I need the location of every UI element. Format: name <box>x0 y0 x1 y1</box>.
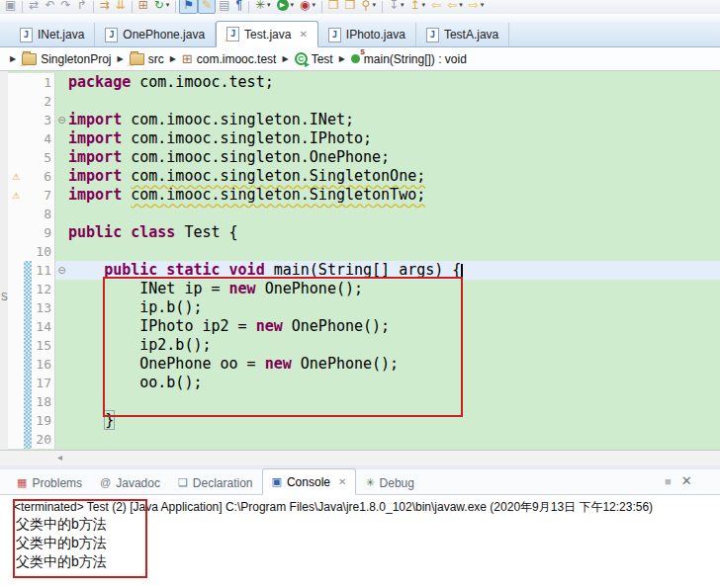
code-text[interactable]: package com.imooc.test; <box>68 73 720 92</box>
highlighter-icon: ✎ <box>202 0 212 14</box>
dropdown-caret-icon[interactable]: ▾ <box>459 0 463 14</box>
code-text[interactable] <box>68 430 720 449</box>
code-line-20[interactable]: 20 <box>8 430 720 449</box>
code-text[interactable]: import com.imooc.singleton.IPhoto; <box>68 129 720 148</box>
code-text[interactable]: } <box>68 411 720 430</box>
tab-javadoc[interactable]: @Javadoc <box>91 471 169 494</box>
forward-edit-icon[interactable]: ↱ <box>74 0 90 14</box>
tab-onephone-java[interactable]: JOnePhone.java <box>95 23 216 46</box>
redo-icon[interactable]: ↷ <box>57 0 73 14</box>
horizontal-scrollbar[interactable] <box>0 450 720 466</box>
code-line-19[interactable]: 19 } <box>8 411 720 430</box>
code-text[interactable]: ip2.b(); <box>68 336 720 355</box>
code-line-5[interactable]: 5import com.imooc.singleton.OnePhone; <box>8 148 720 167</box>
save-icon[interactable]: ▣ <box>2 0 19 14</box>
code-line-2[interactable]: 2 <box>8 92 720 111</box>
open-type-icon[interactable]: ❒ <box>325 0 342 14</box>
breadcrumb-item-src[interactable]: ⚠src <box>130 52 164 66</box>
breadcrumb-item-singletonproj[interactable]: ⚠SingletonProj <box>22 52 111 66</box>
show-source-icon[interactable]: ¶ <box>233 0 245 14</box>
dropdown-caret-icon[interactable]: ▾ <box>481 0 485 14</box>
range-indicator <box>24 148 32 167</box>
run-icon[interactable]: ▶▾ <box>274 0 298 14</box>
close-tab-icon[interactable]: ✕ <box>338 476 346 487</box>
code-text[interactable]: INet ip = new OnePhone(); <box>68 280 720 298</box>
previous-annotation-icon[interactable]: ↥▾ <box>407 0 429 14</box>
dropdown-caret-icon[interactable]: ▾ <box>313 0 316 14</box>
code-text[interactable] <box>68 205 720 223</box>
next-edit-location-icon[interactable]: ⇉ <box>97 0 113 14</box>
code-text[interactable]: public static void main(String[] args) { <box>68 261 720 280</box>
code-text[interactable] <box>68 242 720 261</box>
code-text[interactable]: public class Test { <box>68 223 720 242</box>
tab-debug[interactable]: ✳Debug <box>356 471 423 494</box>
fold-collapse-icon[interactable]: ⊖ <box>55 261 68 280</box>
fold-collapse-icon[interactable]: ⊖ <box>55 111 68 129</box>
debug-icon[interactable]: ✳▾ <box>252 0 274 14</box>
code-text[interactable]: import com.imooc.singleton.SingletonTwo; <box>68 186 720 205</box>
mark-occurrences-icon[interactable]: ⚑ <box>179 0 198 14</box>
code-line-10[interactable]: 10 <box>8 242 720 261</box>
code-line-8[interactable]: 8 <box>8 205 720 223</box>
tab-console[interactable]: ▣Console✕ <box>262 468 357 495</box>
code-line-16[interactable]: 16 OnePhone oo = new OnePhone(); <box>8 355 720 374</box>
close-icon[interactable]: ✕ <box>681 473 692 488</box>
segment-icon[interactable]: ▤ <box>216 0 232 14</box>
open-resource-icon[interactable]: ❒ <box>342 0 359 14</box>
dropdown-caret-icon[interactable]: ▾ <box>401 0 405 14</box>
code-text[interactable] <box>68 392 720 411</box>
breadcrumb-item-main-string-void[interactable]: main(String[]) : void <box>351 52 467 66</box>
code-line-18[interactable]: 18 <box>8 392 720 411</box>
code-line-7[interactable]: ⚠7import com.imooc.singleton.SingletonTw… <box>8 186 720 205</box>
terminate-icon[interactable]: ■ <box>665 475 672 487</box>
code-line-12[interactable]: 12 INet ip = new OnePhone(); <box>8 280 720 298</box>
console-view[interactable]: <terminated> Test (2) [Java Application]… <box>0 495 720 588</box>
dropdown-caret-icon[interactable]: ▾ <box>291 0 295 14</box>
next-annotation-icon[interactable]: ↧▾ <box>386 0 407 14</box>
tab-testa-java[interactable]: JTestA.java <box>416 23 509 46</box>
new-java-package-icon[interactable]: ⊞ <box>135 0 151 14</box>
code-text[interactable]: oo.b(); <box>68 374 720 392</box>
tab-problems[interactable]: ▦Problems <box>8 471 91 494</box>
coverage-icon[interactable]: ◉▾ <box>297 0 318 14</box>
code-line-4[interactable]: 4import com.imooc.singleton.IPhoto; <box>8 129 720 148</box>
code-text[interactable]: OnePhone oo = new OnePhone(); <box>68 355 720 374</box>
refresh-icon[interactable]: ↻▾ <box>151 0 173 14</box>
code-text[interactable]: IPhoto ip2 = new OnePhone(); <box>68 317 720 336</box>
forward-icon[interactable]: ⇨▾ <box>466 0 488 14</box>
tab-inet-java[interactable]: JINet.java <box>10 23 95 46</box>
tab-iphoto-java[interactable]: JIPhoto.java <box>318 23 416 46</box>
code-line-15[interactable]: 15 ip2.b(); <box>8 336 720 355</box>
close-tab-icon[interactable]: ✕ <box>299 29 307 40</box>
hscroll-left-arrow-icon[interactable]: ◂ <box>57 452 62 462</box>
breadcrumb-item-test[interactable]: CTest <box>295 52 333 66</box>
tab-test-java[interactable]: J⚠Test.java✕ <box>216 21 318 47</box>
show-annotations-icon[interactable]: ⇊ <box>113 0 129 14</box>
dropdown-caret-icon[interactable]: ▾ <box>372 0 376 14</box>
code-text[interactable] <box>68 92 720 111</box>
dropdown-caret-icon[interactable]: ▾ <box>166 0 170 14</box>
dropdown-caret-icon[interactable]: ▾ <box>267 0 271 14</box>
back-icon[interactable]: ⇦▾ <box>444 0 466 14</box>
dropdown-caret-icon[interactable]: ▾ <box>422 0 426 14</box>
highlighter-icon[interactable]: ✎ <box>198 0 216 14</box>
code-text[interactable]: ip.b(); <box>68 298 720 317</box>
code-editor[interactable]: 1package com.imooc.test;23⊖import com.im… <box>8 71 720 450</box>
code-text[interactable]: import com.imooc.singleton.OnePhone; <box>68 148 720 167</box>
breadcrumb-item-com-imooc-test[interactable]: ⊞com.imooc.test <box>182 52 277 66</box>
code-line-13[interactable]: 13 ip.b(); <box>8 298 720 317</box>
code-line-6[interactable]: ⚠6import com.imooc.singleton.SingletonOn… <box>8 167 720 186</box>
code-line-3[interactable]: 3⊖import com.imooc.singleton.INet; <box>8 111 720 129</box>
last-edit-location-icon[interactable]: ⇦ <box>428 0 444 14</box>
code-text[interactable]: import com.imooc.singleton.SingletonOne; <box>68 167 720 186</box>
search-icon[interactable]: ⚲▾ <box>359 0 379 14</box>
undo-icon[interactable]: ↶ <box>42 0 57 14</box>
code-line-9[interactable]: 9public class Test { <box>8 223 720 242</box>
link-with-editor-icon[interactable]: ⇄ <box>26 0 42 14</box>
code-line-11[interactable]: 11⊖ public static void main(String[] arg… <box>8 261 720 280</box>
code-text[interactable]: import com.imooc.singleton.INet; <box>68 111 720 129</box>
code-line-17[interactable]: 17 oo.b(); <box>8 374 720 392</box>
code-line-14[interactable]: 14 IPhoto ip2 = new OnePhone(); <box>8 317 720 336</box>
code-line-1[interactable]: 1package com.imooc.test; <box>8 73 720 92</box>
tab-declaration[interactable]: ❏Declaration <box>169 471 262 494</box>
